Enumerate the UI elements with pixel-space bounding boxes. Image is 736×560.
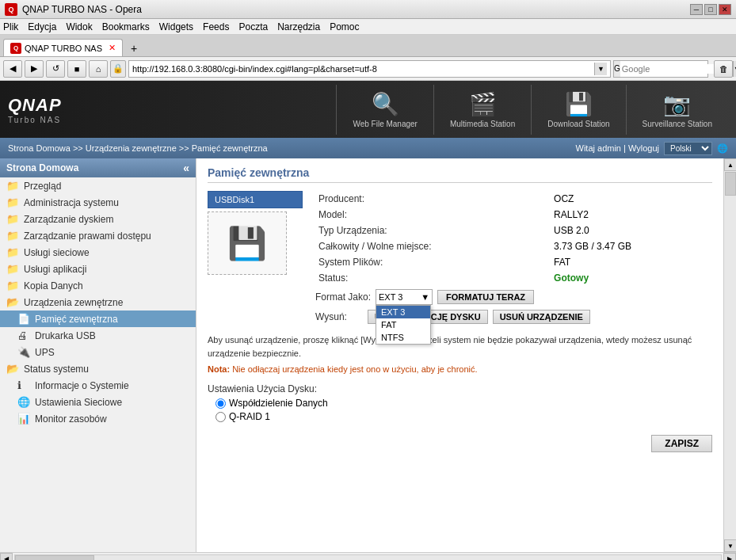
menu-widgets[interactable]: Widgets <box>159 21 193 32</box>
usb-device-item[interactable]: USBDisk1 <box>208 191 303 208</box>
sidebar-item-urzadzenia[interactable]: 📂 Urządzenia zewnętrzne <box>0 294 196 310</box>
info-text: Aby usunąć urządzenie, proszę kliknąć [W… <box>208 333 712 360</box>
sidebar-item-drukarka[interactable]: 🖨 Drukarka USB <box>0 327 196 344</box>
scroll-left-arrow[interactable]: ◀ <box>0 553 13 561</box>
menu-edycja[interactable]: Edycja <box>28 21 56 32</box>
eject-label: Wysuń: <box>315 311 363 322</box>
search-dropdown[interactable]: ▼ <box>733 61 736 77</box>
ups-icon: 🔌 <box>17 346 32 358</box>
forward-button[interactable]: ▶ <box>25 60 44 78</box>
search-engine-icon: G <box>614 61 620 77</box>
breadcrumb-right: Witaj admin | Wyloguj Polski English 🌐 <box>576 142 728 155</box>
scroll-right-arrow[interactable]: ▶ <box>723 553 736 561</box>
status-badge: Gotowy <box>554 272 589 284</box>
sidebar-item-ustawienia-sieciowe[interactable]: 🌐 Ustawienia Sieciowe <box>0 394 196 410</box>
new-tab-button[interactable]: + <box>126 40 142 56</box>
tab-close-button[interactable]: ✕ <box>109 43 116 53</box>
menu-feeds[interactable]: Feeds <box>203 21 229 32</box>
table-row: Całkowity / Wolne miejsce: 3.73 GB / 3.4… <box>315 238 712 254</box>
scroll-track-horizontal[interactable] <box>14 554 722 561</box>
format-select-display[interactable]: EXT 3 ▼ <box>376 289 433 305</box>
usb-drive-icon: 💾 <box>227 225 267 262</box>
sidebar-label: Drukarka USB <box>35 330 96 341</box>
reload-button[interactable]: ↺ <box>46 60 65 78</box>
scroll-up-arrow[interactable]: ▲ <box>724 158 736 171</box>
remove-device-button[interactable]: USUŃ URZĄDZENIE <box>493 310 590 324</box>
menu-plik[interactable]: Plik <box>3 21 18 32</box>
sidebar-item-status[interactable]: 📂 Status systemu <box>0 360 196 377</box>
nav-webfilemanager[interactable]: 🔍 Web File Manager <box>336 85 433 135</box>
sidebar-item-uslugi-sieciowe[interactable]: 📁 Usługi sieciowe <box>0 244 196 261</box>
maximize-button[interactable]: □ <box>704 4 717 15</box>
browser-title: QNAP TURBO NAS - Opera <box>22 4 142 15</box>
sidebar-item-przeglad[interactable]: 📁 Przegląd <box>0 177 196 194</box>
breadcrumb-bar: Strona Domowa >> Urządzenia zewnętrzne >… <box>0 138 736 158</box>
language-select[interactable]: Polski English <box>664 142 712 155</box>
radio-wspoldzielenie[interactable] <box>215 398 226 409</box>
sidebar-item-kopia[interactable]: 📁 Kopia Danych <box>0 277 196 294</box>
sidebar-item-informacje[interactable]: ℹ Informacje o Systemie <box>0 377 196 394</box>
qnap-logo: QNAP <box>8 95 62 116</box>
sidebar-item-pamiec[interactable]: 📄 Pamięć zewnętrzna <box>0 310 196 327</box>
device-info: Producent: OCZ Model: RALLY2 Typ Urządze… <box>315 191 712 324</box>
main-layout: Strona Domowa « 📁 Przegląd 📁 Administrac… <box>0 158 736 552</box>
radio-qraid[interactable] <box>215 412 226 422</box>
format-now-button[interactable]: FORMATUJ TERAZ <box>437 290 534 304</box>
table-row: System Plików: FAT <box>315 254 712 270</box>
nav-surveillance[interactable]: 📷 Surveillance Station <box>626 85 728 135</box>
sidebar-item-monitor[interactable]: 📊 Monitor zasobów <box>0 410 196 427</box>
horizontal-scrollbar[interactable]: ◀ ▶ <box>0 552 736 560</box>
menu-bookmarks[interactable]: Bookmarks <box>102 21 150 32</box>
close-button[interactable]: ✕ <box>719 4 731 15</box>
scroll-handle[interactable] <box>725 172 736 196</box>
sidebar-item-uslugi-aplikacji[interactable]: 📁 Usługi aplikacji <box>0 261 196 277</box>
menu-narzedzia[interactable]: Narzędzia <box>277 21 320 32</box>
sidebar-item-ups[interactable]: 🔌 UPS <box>0 344 196 360</box>
search-bar[interactable]: G ▼ <box>613 60 708 78</box>
stop-button[interactable]: ■ <box>67 60 86 78</box>
address-text: http://192.168.0.3:8080/cgi-bin/index.cg… <box>132 64 594 74</box>
field-value: OCZ <box>551 191 712 207</box>
nav-multimedia[interactable]: 🎬 Multimedia Station <box>433 85 531 135</box>
trash-button[interactable]: 🗑 <box>714 60 733 78</box>
content-title: Pamięć zewnętrzna <box>208 166 712 183</box>
format-option-fat[interactable]: FAT <box>376 318 430 331</box>
field-value: 3.73 GB / 3.47 GB <box>551 238 712 254</box>
radio-item-wspoldzielenie: Współdzielenie Danych <box>215 398 712 409</box>
content-main: USBDisk1 💾 Producent: OCZ <box>208 191 712 324</box>
back-button[interactable]: ◀ <box>3 60 22 78</box>
menu-widok[interactable]: Widok <box>66 21 92 32</box>
home-button[interactable]: ⌂ <box>89 60 108 78</box>
scroll-handle-horizontal[interactable] <box>15 555 94 561</box>
menu-poczta[interactable]: Poczta <box>238 21 268 32</box>
page-icon: 📄 <box>17 313 32 325</box>
info-icon: ℹ <box>17 379 32 391</box>
browser-nav-bar: ◀ ▶ ↺ ■ ⌂ 🔒 http://192.168.0.3:8080/cgi-… <box>0 57 736 81</box>
sidebar-label: Zarządzanie prawami dostępu <box>24 230 151 242</box>
table-row: Producent: OCZ <box>315 191 712 207</box>
scroll-down-arrow[interactable]: ▼ <box>724 539 736 552</box>
sidebar-label: Pamięć zewnętrzna <box>35 314 118 325</box>
save-button[interactable]: ZAPISZ <box>651 435 712 452</box>
folder-icon: 📁 <box>6 213 21 225</box>
vertical-scrollbar[interactable]: ▲ ▼ <box>723 158 736 552</box>
nav-download[interactable]: 💾 Download Station <box>531 85 625 135</box>
sidebar-collapse-button[interactable]: « <box>183 162 189 174</box>
sidebar-item-zarzadzanie-prawami[interactable]: 📁 Zarządzanie prawami dostępu <box>0 227 196 244</box>
format-option-ext3[interactable]: EXT 3 <box>376 306 430 318</box>
address-icon: 🔒 <box>110 60 126 78</box>
sidebar-header: Strona Domowa « <box>0 158 196 177</box>
multimedia-icon: 🎬 <box>469 91 497 117</box>
minimize-button[interactable]: ─ <box>690 4 703 15</box>
table-row: Status: Gotowy <box>315 270 712 286</box>
sidebar-item-administracja[interactable]: 📁 Administracja systemu <box>0 194 196 211</box>
browser-tab-active[interactable]: Q QNAP TURBO NAS ✕ <box>3 39 123 56</box>
field-label: Status: <box>315 270 551 286</box>
sidebar-item-zarzadzanie-dyskiem[interactable]: 📁 Zarządzanie dyskiem <box>0 211 196 227</box>
scroll-track[interactable] <box>724 171 736 539</box>
address-dropdown[interactable]: ▼ <box>594 63 607 75</box>
format-option-ntfs[interactable]: NTFS <box>376 331 430 344</box>
sidebar-label: Ustawienia Sieciowe <box>35 397 122 408</box>
address-bar[interactable]: http://192.168.0.3:8080/cgi-bin/index.cg… <box>128 60 611 78</box>
menu-pomoc[interactable]: Pomoc <box>330 21 359 32</box>
